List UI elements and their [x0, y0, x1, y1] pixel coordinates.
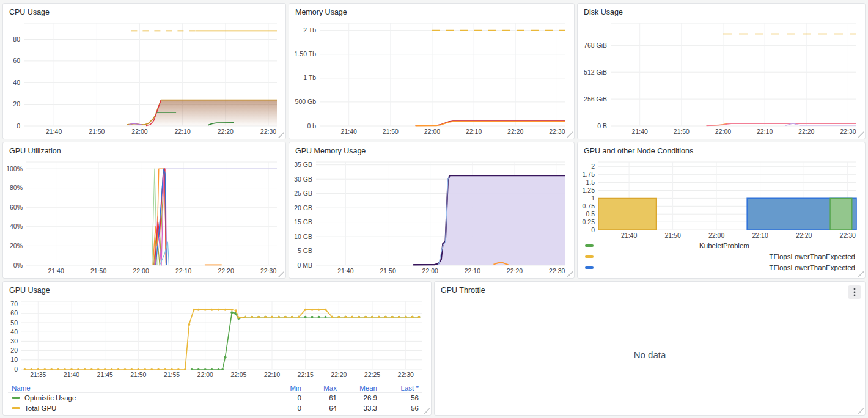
- svg-text:22:30: 22:30: [260, 128, 276, 135]
- svg-text:20: 20: [10, 346, 18, 354]
- legend-header-mean[interactable]: Mean: [340, 384, 381, 393]
- svg-text:21:40: 21:40: [341, 128, 357, 135]
- svg-text:60: 60: [13, 57, 20, 64]
- gpu-usage-legend-table: Name Min Max Mean Last * Optmistic Usage…: [8, 384, 422, 413]
- legend-header-min[interactable]: Min: [262, 384, 305, 393]
- legend-header-max[interactable]: Max: [305, 384, 340, 393]
- panel-title-cpu-usage[interactable]: CPU Usage: [9, 8, 50, 16]
- svg-text:0 B: 0 B: [597, 122, 607, 130]
- gpu-utilization-chart[interactable]: 0%20%40%60%80%100%21:4021:5022:0022:1022…: [6, 158, 281, 276]
- series-name[interactable]: Total GPU: [24, 405, 56, 412]
- legend-label[interactable]: KubeletProblem: [594, 242, 855, 249]
- svg-text:1.50 Tb: 1.50 Tb: [295, 50, 317, 57]
- svg-text:1: 1: [591, 194, 595, 202]
- svg-text:22:15: 22:15: [298, 371, 314, 378]
- svg-text:22:00: 22:00: [422, 267, 438, 274]
- panel-title-node-conditions[interactable]: GPU and other Node Conditions: [584, 147, 693, 155]
- svg-text:22:30: 22:30: [398, 371, 414, 378]
- panel-title-disk-usage[interactable]: Disk Usage: [584, 8, 623, 16]
- legend-item[interactable]: TFlopsLowerThanExpected: [585, 251, 855, 262]
- svg-text:22:10: 22:10: [466, 128, 482, 135]
- panel-cpu-usage: CPU Usage 02040608021:4021:5022:0022:102…: [2, 3, 286, 139]
- svg-text:21:50: 21:50: [89, 128, 105, 135]
- panel-title-gpu-memory-usage[interactable]: GPU Memory Usage: [295, 147, 366, 155]
- legend-item[interactable]: TFlopsLowerThanExpected: [585, 262, 855, 273]
- svg-text:20 GB: 20 GB: [294, 204, 312, 211]
- stat-last: 56: [381, 393, 422, 403]
- svg-text:2 Tb: 2 Tb: [303, 26, 316, 34]
- svg-text:21:55: 21:55: [164, 371, 180, 378]
- svg-text:256 GiB: 256 GiB: [584, 95, 607, 103]
- svg-text:22:30: 22:30: [260, 267, 276, 274]
- legend-item[interactable]: KubeletProblem: [585, 240, 855, 251]
- svg-text:22:00: 22:00: [424, 128, 440, 135]
- legend-label[interactable]: TFlopsLowerThanExpected: [594, 264, 855, 271]
- svg-text:22:20: 22:20: [218, 128, 234, 135]
- no-data-message: No data: [435, 294, 865, 415]
- svg-text:0 b: 0 b: [307, 122, 316, 130]
- stat-mean: 33.3: [340, 403, 381, 414]
- memory-usage-chart[interactable]: 0 b500 Gb1 Tb1.50 Tb2 Tb21:4021:5022:002…: [292, 20, 569, 136]
- node-conditions-chart[interactable]: 00.250.50.7511.251.51.75221:4021:5022:00…: [580, 158, 860, 240]
- svg-text:21:50: 21:50: [130, 371, 146, 378]
- svg-text:15 GB: 15 GB: [294, 218, 312, 226]
- panel-title-gpu-utilization[interactable]: GPU Utilization: [9, 147, 61, 155]
- resize-handle-icon[interactable]: [858, 271, 864, 277]
- panel-title-gpu-usage[interactable]: GPU Usage: [9, 286, 50, 295]
- svg-text:100%: 100%: [6, 165, 23, 172]
- legend-table-header-row: Name Min Max Mean Last *: [8, 384, 422, 393]
- legend-header-last[interactable]: Last *: [381, 384, 422, 393]
- svg-text:22:20: 22:20: [507, 128, 523, 135]
- svg-text:0: 0: [17, 122, 20, 130]
- stat-mean: 26.9: [340, 393, 381, 403]
- svg-text:22:20: 22:20: [796, 232, 812, 239]
- legend-label[interactable]: TFlopsLowerThanExpected: [594, 253, 855, 260]
- legend-header-name[interactable]: Name: [8, 384, 262, 393]
- svg-text:0.75: 0.75: [583, 202, 595, 210]
- svg-text:21:50: 21:50: [90, 267, 106, 274]
- panel-gpu-memory-usage: GPU Memory Usage 0 MB5 GB10 GB15 GB20 GB…: [289, 142, 575, 279]
- svg-text:40: 40: [10, 328, 18, 336]
- gpu-memory-usage-chart[interactable]: 0 MB5 GB10 GB15 GB20 GB25 GB30 GB35 GB21…: [292, 158, 569, 276]
- legend-swatch-blue: [585, 266, 594, 269]
- svg-text:512 GiB: 512 GiB: [584, 68, 607, 76]
- svg-text:500 Gb: 500 Gb: [295, 98, 317, 105]
- cpu-usage-chart[interactable]: 02040608021:4021:5022:0022:1022:2022:30: [6, 20, 281, 136]
- svg-text:22:20: 22:20: [507, 267, 523, 274]
- svg-text:22:10: 22:10: [465, 267, 480, 274]
- stat-last: 56: [381, 403, 422, 414]
- svg-text:10 GB: 10 GB: [294, 233, 312, 240]
- panel-title-gpu-throttle[interactable]: GPU Throttle: [441, 286, 485, 295]
- svg-text:22:20: 22:20: [798, 128, 814, 135]
- svg-text:2: 2: [591, 163, 595, 170]
- svg-text:21:50: 21:50: [664, 232, 680, 239]
- svg-text:21:50: 21:50: [383, 128, 399, 135]
- svg-text:30 GB: 30 GB: [294, 175, 312, 183]
- svg-text:22:30: 22:30: [549, 128, 565, 135]
- svg-text:35 GB: 35 GB: [294, 161, 312, 168]
- legend-swatch-yellow: [12, 407, 20, 409]
- svg-text:22:30: 22:30: [549, 267, 565, 274]
- legend-table-row: Optmistic Usage 0 61 26.9 56: [8, 393, 422, 403]
- svg-text:22:00: 22:00: [715, 128, 731, 135]
- disk-usage-chart[interactable]: 0 B256 GiB512 GiB768 GiB21:4021:5022:002…: [580, 20, 860, 136]
- svg-text:21:40: 21:40: [632, 128, 648, 135]
- svg-text:21:35: 21:35: [30, 371, 46, 378]
- svg-text:60%: 60%: [10, 204, 23, 211]
- svg-text:21:40: 21:40: [337, 267, 353, 274]
- svg-text:1.75: 1.75: [583, 170, 595, 178]
- panel-gpu-utilization: GPU Utilization 0%20%40%60%80%100%21:402…: [2, 142, 286, 279]
- resize-handle-icon[interactable]: [424, 408, 430, 414]
- svg-text:70: 70: [10, 300, 18, 307]
- legend-swatch-green: [585, 244, 594, 247]
- series-name[interactable]: Optmistic Usage: [24, 394, 76, 402]
- gpu-usage-chart[interactable]: 01020304050607021:3521:4021:4521:5021:55…: [6, 298, 426, 380]
- svg-text:768 GiB: 768 GiB: [584, 42, 607, 49]
- svg-text:22:10: 22:10: [175, 267, 191, 274]
- svg-text:80%: 80%: [10, 184, 23, 191]
- svg-text:0%: 0%: [13, 262, 23, 269]
- svg-text:0.25: 0.25: [583, 218, 595, 226]
- panel-title-memory-usage[interactable]: Memory Usage: [295, 8, 347, 16]
- svg-text:1.5: 1.5: [586, 178, 595, 186]
- svg-text:10: 10: [10, 356, 18, 363]
